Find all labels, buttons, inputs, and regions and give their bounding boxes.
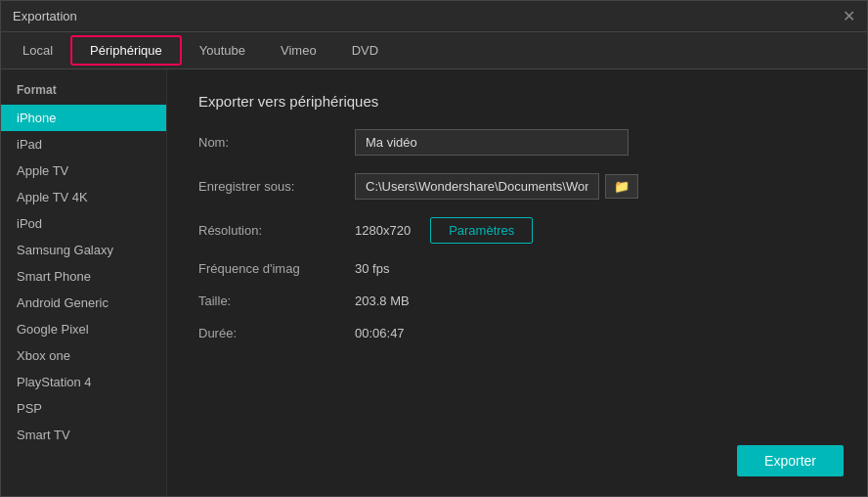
parametres-button[interactable]: Paramètres: [430, 217, 533, 244]
duree-label: Durée:: [198, 326, 355, 340]
tab-youtube[interactable]: Youtube: [182, 37, 263, 64]
tabs-bar: Local Périphérique Youtube Vimeo DVD: [1, 32, 867, 69]
main-window: Exportation ✕ Local Périphérique Youtube…: [0, 0, 868, 497]
sidebar-item-ipod[interactable]: iPod: [1, 210, 166, 237]
path-input[interactable]: [355, 173, 599, 200]
sidebar-item-ipad[interactable]: iPad: [1, 131, 166, 158]
sidebar: Format iPhone iPad Apple TV Apple TV 4K …: [1, 69, 167, 496]
tab-peripherique[interactable]: Périphérique: [70, 35, 182, 66]
close-button[interactable]: ✕: [843, 9, 855, 24]
nom-label: Nom:: [198, 135, 355, 150]
export-button[interactable]: Exporter: [737, 445, 844, 476]
frequence-row: Fréquence d'imag 30 fps: [198, 261, 836, 276]
resolution-value: 1280x720: [355, 223, 411, 238]
sidebar-item-apple-tv-4k[interactable]: Apple TV 4K: [1, 184, 166, 210]
sidebar-item-psp[interactable]: PSP: [1, 395, 166, 422]
sidebar-header: Format: [1, 79, 166, 105]
sidebar-item-playstation-4[interactable]: PlayStation 4: [1, 369, 166, 395]
frequence-value: 30 fps: [355, 261, 389, 276]
sidebar-item-samsung-galaxy[interactable]: Samsung Galaxy: [1, 237, 166, 263]
taille-label: Taille:: [198, 294, 355, 308]
nom-row: Nom:: [198, 129, 836, 156]
duree-row: Durée: 00:06:47: [198, 326, 836, 340]
tab-local[interactable]: Local: [5, 37, 70, 64]
nom-input[interactable]: [355, 129, 629, 156]
tab-dvd[interactable]: DVD: [334, 37, 396, 64]
sidebar-item-android-generic[interactable]: Android Generic: [1, 290, 166, 316]
title-bar: Exportation ✕: [1, 1, 867, 32]
duree-value: 00:06:47: [355, 326, 405, 340]
taille-value: 203.8 MB: [355, 294, 410, 308]
sidebar-item-apple-tv[interactable]: Apple TV: [1, 158, 166, 184]
tab-vimeo[interactable]: Vimeo: [263, 37, 334, 64]
path-row: Enregistrer sous: 📁: [198, 173, 836, 200]
main-content-wrap: Exporter vers périphériques Nom: Enregis…: [167, 69, 867, 496]
frequence-label: Fréquence d'imag: [198, 261, 355, 276]
main-content: Exporter vers périphériques Nom: Enregis…: [167, 69, 867, 496]
section-title: Exporter vers périphériques: [198, 93, 836, 110]
resolution-value-wrap: 1280x720 Paramètres: [355, 217, 533, 244]
resolution-row: Résolution: 1280x720 Paramètres: [198, 217, 836, 244]
content-area: Format iPhone iPad Apple TV Apple TV 4K …: [1, 69, 867, 496]
path-input-wrap: 📁: [355, 173, 638, 200]
sidebar-item-google-pixel[interactable]: Google Pixel: [1, 316, 166, 342]
window-title: Exportation: [13, 9, 77, 23]
enregistrer-label: Enregistrer sous:: [198, 179, 355, 194]
sidebar-item-iphone[interactable]: iPhone: [1, 105, 166, 131]
sidebar-item-smart-phone[interactable]: Smart Phone: [1, 263, 166, 290]
resolution-label: Résolution:: [198, 223, 355, 238]
sidebar-item-smart-tv[interactable]: Smart TV: [1, 422, 166, 448]
sidebar-item-xbox-one[interactable]: Xbox one: [1, 342, 166, 369]
folder-browse-button[interactable]: 📁: [605, 174, 638, 199]
taille-row: Taille: 203.8 MB: [198, 294, 836, 308]
